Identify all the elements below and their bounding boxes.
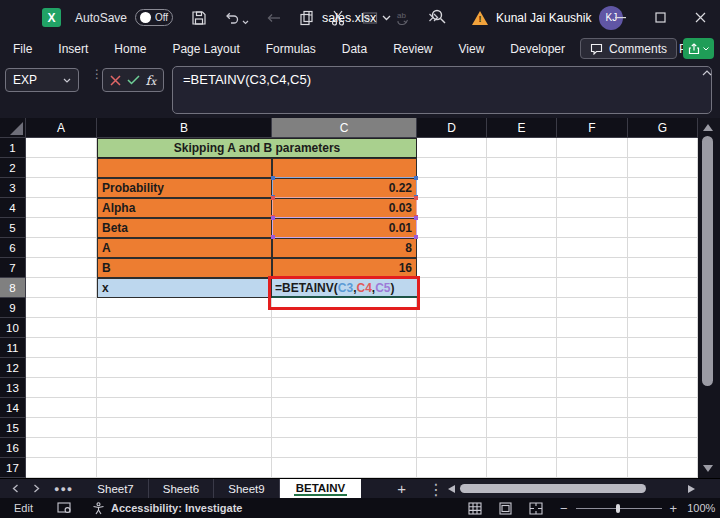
cancel-icon[interactable] [110, 75, 121, 86]
zoom-in-icon[interactable]: + [670, 501, 678, 516]
row-header[interactable]: 3 [0, 178, 26, 198]
collapse-formula-bar-icon[interactable] [702, 70, 712, 76]
row-header[interactable]: 14 [0, 398, 26, 418]
status-bar: Edit Accessibility: Investigate − [0, 498, 720, 518]
close-icon[interactable] [680, 0, 720, 35]
page-break-view-icon[interactable] [529, 502, 543, 515]
hscroll-left-icon[interactable] [448, 485, 455, 493]
sheet-tab[interactable]: BETAINV [280, 479, 362, 498]
cells-area[interactable]: Skipping A and B parameters Probability … [26, 138, 698, 478]
ribbon-tab[interactable]: Page Layout [159, 35, 252, 62]
accessibility-status[interactable]: Accessibility: Investigate [111, 502, 242, 514]
row-header[interactable]: 6 [0, 238, 26, 258]
autosave-toggle[interactable]: Off [135, 9, 173, 26]
ribbon-tab-bar: File Insert Home Page Layout Formulas Da… [0, 35, 720, 62]
ribbon-tab[interactable]: Formulas [253, 35, 329, 62]
replace-icon[interactable]: ab [395, 10, 411, 26]
row-header[interactable]: 1 [0, 138, 26, 158]
row-header[interactable]: 9 [0, 298, 26, 318]
undo-button[interactable] [224, 10, 249, 25]
row-header[interactable]: 7 [0, 258, 26, 278]
row-header[interactable]: 5 [0, 218, 26, 238]
normal-view-icon[interactable] [468, 502, 482, 515]
column-header[interactable]: D [417, 118, 487, 138]
zoom-out-icon[interactable]: − [560, 501, 568, 516]
formula-input[interactable]: =BETAINV(C3,C4,C5) [172, 66, 712, 114]
copy-icon[interactable] [299, 10, 314, 26]
ribbon-tab[interactable]: Insert [45, 35, 101, 62]
ribbon-tab[interactable]: Review [380, 35, 445, 62]
add-sheet-icon[interactable]: + [361, 479, 432, 498]
sheet-tab[interactable]: Sheet6 [149, 479, 214, 498]
ribbon-tab[interactable]: Data [329, 35, 380, 62]
sheet-tab[interactable]: Sheet9 [214, 479, 279, 498]
vertical-scrollbar[interactable] [698, 118, 720, 478]
minimize-icon[interactable] [600, 0, 640, 35]
user-name[interactable]: Kunal Jai Kaushik [496, 11, 591, 25]
cell-b4[interactable]: Alpha [97, 198, 272, 218]
cell-title-banner[interactable]: Skipping A and B parameters [97, 138, 417, 158]
ribbon-tab[interactable]: Developer [497, 35, 578, 62]
sheet-options-icon[interactable]: ⋮ [428, 479, 444, 499]
cell-b5[interactable]: Beta [97, 218, 272, 238]
row-header[interactable]: 13 [0, 378, 26, 398]
title-bar: X AutoSave Off [0, 0, 720, 35]
formula-bar: EXP ⋮ fx =BETAINV(C3,C4,C5) [0, 62, 720, 118]
cell-b3[interactable]: Probability [97, 178, 272, 198]
redo-icon[interactable] [266, 12, 282, 24]
cell-b6[interactable]: A [97, 238, 272, 258]
cell-b2[interactable] [97, 158, 272, 178]
edit-mode-label: Edit [14, 502, 33, 514]
more-sheets-icon[interactable]: ●●● [54, 484, 73, 494]
row-header[interactable]: 17 [0, 458, 26, 478]
document-title[interactable]: sales.xlsx [322, 0, 391, 35]
row-header[interactable]: 15 [0, 418, 26, 438]
row-header[interactable]: 10 [0, 318, 26, 338]
hscroll-right-icon[interactable] [688, 485, 695, 493]
column-header[interactable]: G [628, 118, 698, 138]
zoom-slider[interactable] [576, 508, 662, 509]
maximize-icon[interactable] [640, 0, 680, 35]
select-all-corner[interactable] [0, 118, 26, 138]
ribbon-tab[interactable]: Home [101, 35, 159, 62]
save-icon[interactable] [191, 10, 207, 26]
search-icon[interactable] [430, 8, 447, 25]
horizontal-scroll-thumb[interactable] [460, 484, 646, 493]
zoom-level[interactable]: 100% [687, 502, 715, 514]
share-button[interactable] [683, 38, 714, 59]
cell-c7[interactable]: 16 [272, 258, 417, 278]
macro-record-icon[interactable] [57, 502, 72, 514]
column-header[interactable]: A [26, 118, 97, 138]
column-header[interactable]: C [272, 118, 417, 138]
column-header[interactable]: E [487, 118, 557, 138]
row-header[interactable]: 4 [0, 198, 26, 218]
ribbon-tab[interactable]: View [446, 35, 498, 62]
row-header[interactable]: 11 [0, 338, 26, 358]
column-header[interactable]: B [97, 118, 272, 138]
prev-sheet-icon[interactable] [12, 484, 19, 493]
sheet-tab[interactable]: Sheet7 [83, 479, 148, 498]
enter-icon[interactable] [127, 75, 140, 85]
zoom-slider-handle[interactable] [616, 504, 620, 513]
scroll-up-icon[interactable] [703, 124, 713, 131]
cell-c2[interactable] [272, 158, 417, 178]
warning-icon[interactable]: ! [472, 11, 488, 25]
column-header[interactable]: F [557, 118, 628, 138]
row-header[interactable]: 2 [0, 158, 26, 178]
name-box[interactable]: EXP [5, 68, 79, 92]
row-header[interactable]: 16 [0, 438, 26, 458]
cell-c6[interactable]: 8 [272, 238, 417, 258]
next-sheet-icon[interactable] [33, 484, 40, 493]
ribbon-tab[interactable]: File [0, 35, 45, 62]
scroll-down-icon[interactable] [703, 465, 713, 472]
share-chevron-icon [703, 47, 709, 51]
comments-button[interactable]: Comments [580, 38, 677, 59]
row-header[interactable]: 8 [0, 278, 26, 298]
page-layout-view-icon[interactable] [499, 502, 512, 515]
row-header[interactable]: 12 [0, 358, 26, 378]
cell-b7[interactable]: B [97, 258, 272, 278]
cell-b8[interactable]: x [97, 278, 272, 298]
insert-function-icon[interactable]: fx [146, 73, 156, 88]
vertical-scroll-thumb[interactable] [702, 136, 713, 386]
horizontal-scrollbar[interactable] [460, 484, 648, 494]
